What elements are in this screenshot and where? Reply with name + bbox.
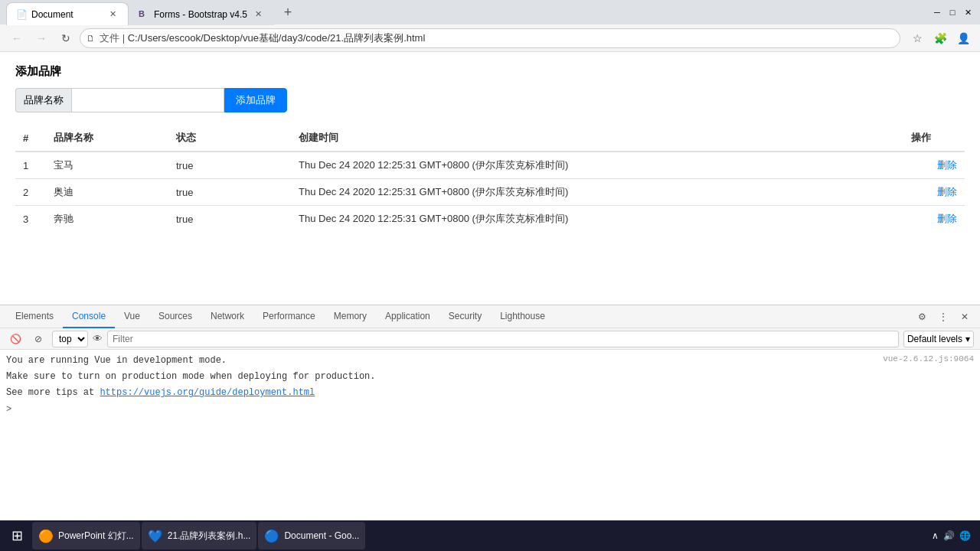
devtools-tab-vue[interactable]: Vue: [115, 305, 149, 328]
delete-button[interactable]: 删除: [937, 159, 957, 171]
taskbar-item[interactable]: 🟠PowerPoint 幻灯...: [32, 522, 140, 549]
eye-icon[interactable]: 👁: [93, 333, 103, 344]
devtools-tab-security[interactable]: Security: [439, 305, 491, 328]
profile-icon[interactable]: 👤: [952, 28, 974, 49]
taskbar-item[interactable]: 💙21.品牌列表案例.h...: [142, 522, 257, 549]
devtools-more-icon[interactable]: ⋮: [934, 308, 952, 326]
back-button[interactable]: ←: [6, 28, 28, 49]
default-levels-label: Default levels: [907, 334, 962, 344]
cell-time: Thu Dec 24 2020 12:25:31 GMT+0800 (伊尔库茨克…: [291, 179, 903, 206]
taskbar-items: 🟠PowerPoint 幻灯...💙21.品牌列表案例.h...🔵Documen…: [32, 522, 365, 549]
devtools-tab-memory[interactable]: Memory: [325, 305, 376, 328]
start-button[interactable]: ⊞: [3, 522, 31, 549]
extension-icon[interactable]: 🧩: [929, 28, 951, 49]
page-content: 添加品牌 品牌名称 添加品牌 # 品牌名称 状态 创建时间 操作 1 宝马: [0, 52, 980, 305]
cell-status: true: [168, 206, 291, 233]
console-prompt-line: >: [6, 402, 974, 418]
toolbar-icons: ☆ 🧩 👤: [906, 28, 974, 49]
bookmark-icon[interactable]: ☆: [906, 28, 928, 49]
cell-num: 1: [15, 152, 46, 179]
vue-deploy-link[interactable]: https://vuejs.org/guide/deployment.html: [100, 387, 315, 398]
tray-chevron[interactable]: ∧: [932, 530, 939, 541]
title-bar: 📄 Document ✕ B Forms - Bootstrap v4.5 ✕ …: [0, 0, 980, 24]
brand-name-label: 品牌名称: [15, 88, 71, 112]
context-select[interactable]: top: [52, 331, 88, 347]
devtools-tabs-list: ElementsConsoleVueSourcesNetworkPerforma…: [6, 305, 554, 328]
col-header-action: 操作: [903, 125, 965, 152]
brand-table: # 品牌名称 状态 创建时间 操作 1 宝马 true Thu Dec 24 2…: [15, 125, 965, 232]
tab-document[interactable]: 📄 Document ✕: [6, 2, 129, 25]
table-row: 1 宝马 true Thu Dec 24 2020 12:25:31 GMT+0…: [15, 152, 965, 179]
console-line-1: You are running Vue in development mode.: [6, 353, 375, 369]
cell-num: 2: [15, 179, 46, 206]
devtools-close-icon[interactable]: ✕: [956, 308, 974, 326]
console-prompt-symbol: >: [6, 404, 11, 415]
cell-action: 删除: [903, 206, 965, 233]
vue-file-ref: vue-2.6.12.js:9064: [883, 353, 974, 364]
cell-action: 删除: [903, 152, 965, 179]
navigation-toolbar: ← → ↻ 🗋 文件 | C:/Users/escook/Desktop/vue…: [0, 24, 980, 52]
col-header-num: #: [15, 125, 46, 152]
cell-name: 奔驰: [46, 206, 168, 233]
col-header-time: 创建时间: [291, 125, 903, 152]
address-scheme: 文件: [100, 32, 119, 44]
forward-button[interactable]: →: [31, 28, 52, 49]
table-header: # 品牌名称 状态 创建时间 操作: [15, 125, 965, 152]
taskbar-item[interactable]: 🔵Document - Goo...: [258, 522, 365, 549]
address-bar[interactable]: 🗋 文件 | C:/Users/escook/Desktop/vue基础/day…: [80, 28, 900, 48]
maximize-button[interactable]: □: [946, 6, 959, 18]
address-text: 文件 | C:/Users/escook/Desktop/vue基础/day3/…: [100, 31, 893, 45]
address-path: C:/Users/escook/Desktop/vue基础/day3/code/…: [128, 32, 426, 44]
tray-icon1: 🔊: [943, 530, 955, 541]
tab-document-title: Document: [31, 9, 102, 20]
console-line-3: See more tips at https://vuejs.org/guide…: [6, 385, 375, 401]
page-title: 添加品牌: [15, 64, 965, 79]
devtools-toolbar: 🚫 ⊘ top 👁 Default levels ▾: [0, 328, 980, 350]
col-header-name: 品牌名称: [46, 125, 168, 152]
devtools-icons: ⚙ ⋮ ✕: [913, 308, 974, 326]
minimize-button[interactable]: ─: [931, 6, 943, 18]
devtools-tab-console[interactable]: Console: [63, 305, 115, 328]
reload-button[interactable]: ↻: [55, 28, 77, 49]
console-output: You are running Vue in development mode.…: [0, 350, 980, 520]
tab-bootstrap-favicon: B: [139, 9, 149, 20]
cell-action: 删除: [903, 179, 965, 206]
col-header-status: 状态: [168, 125, 291, 152]
brand-name-input[interactable]: [71, 88, 224, 112]
devtools-tab-application[interactable]: Application: [376, 305, 439, 328]
cell-status: true: [168, 152, 291, 179]
devtools-clear-icon[interactable]: 🚫: [6, 330, 24, 348]
tab-bootstrap-title: Forms - Bootstrap v4.5: [154, 9, 247, 20]
address-separator: |: [122, 32, 128, 44]
devtools-tab-bar: ElementsConsoleVueSourcesNetworkPerforma…: [0, 305, 980, 328]
table-row: 2 奥迪 true Thu Dec 24 2020 12:25:31 GMT+0…: [15, 179, 965, 206]
tab-document-close[interactable]: ✕: [106, 8, 119, 21]
close-window-button[interactable]: ✕: [962, 6, 974, 18]
window-controls: ─ □ ✕: [931, 6, 974, 18]
add-brand-button[interactable]: 添加品牌: [224, 88, 287, 112]
delete-button[interactable]: 删除: [937, 213, 957, 224]
tab-document-favicon: 📄: [16, 9, 27, 20]
tab-bootstrap[interactable]: B Forms - Bootstrap v4.5 ✕: [129, 2, 274, 25]
devtools-tab-lighthouse[interactable]: Lighthouse: [491, 305, 554, 328]
devtools-tab-network[interactable]: Network: [201, 305, 253, 328]
default-levels-dropdown[interactable]: Default levels ▾: [903, 331, 974, 347]
devtools-tab-elements[interactable]: Elements: [6, 305, 63, 328]
delete-button[interactable]: 删除: [937, 186, 957, 197]
cell-name: 奥迪: [46, 179, 168, 206]
cell-status: true: [168, 179, 291, 206]
table-row: 3 奔驰 true Thu Dec 24 2020 12:25:31 GMT+0…: [15, 206, 965, 233]
devtools-inspect-icon[interactable]: ⊘: [29, 330, 47, 348]
devtools-settings-icon[interactable]: ⚙: [913, 308, 931, 326]
filter-input[interactable]: [107, 331, 899, 347]
devtools-tab-sources[interactable]: Sources: [149, 305, 201, 328]
tab-bootstrap-close[interactable]: ✕: [252, 8, 264, 21]
devtools-tab-performance[interactable]: Performance: [253, 305, 325, 328]
taskbar: ⊞ 🟠PowerPoint 幻灯...💙21.品牌列表案例.h...🔵Docum…: [0, 520, 980, 551]
address-lock-icon: 🗋: [87, 34, 95, 43]
devtools-panel: ElementsConsoleVueSourcesNetworkPerforma…: [0, 305, 980, 520]
cell-time: Thu Dec 24 2020 12:25:31 GMT+0800 (伊尔库茨克…: [291, 206, 903, 233]
new-tab-button[interactable]: +: [277, 2, 299, 23]
console-line-2: Make sure to turn on production mode whe…: [6, 369, 375, 385]
cell-time: Thu Dec 24 2020 12:25:31 GMT+0800 (伊尔库茨克…: [291, 152, 903, 179]
